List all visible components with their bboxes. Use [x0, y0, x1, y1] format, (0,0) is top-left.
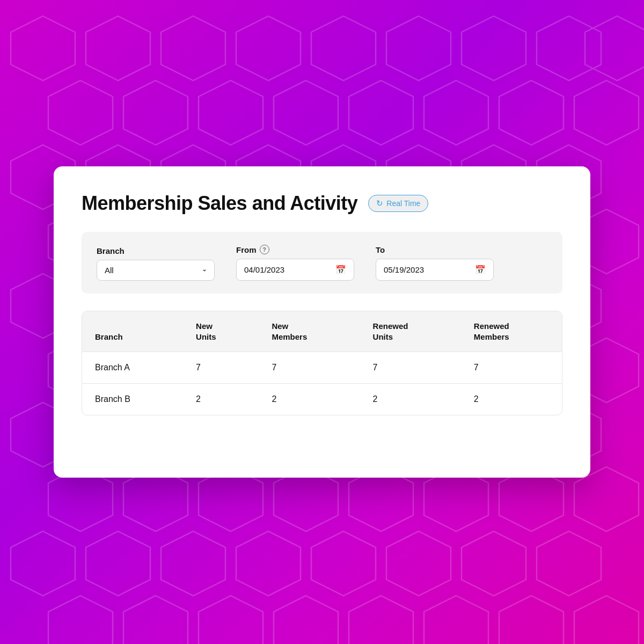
- branch-filter-group: Branch All Branch A Branch B: [97, 246, 215, 281]
- realtime-label: Real Time: [386, 199, 420, 208]
- svg-marker-0: [11, 16, 75, 80]
- svg-marker-66: [86, 531, 150, 596]
- svg-marker-14: [424, 80, 488, 145]
- svg-marker-68: [236, 531, 301, 596]
- to-calendar-icon: 📅: [475, 265, 486, 275]
- svg-marker-16: [574, 80, 639, 145]
- svg-marker-70: [386, 531, 451, 596]
- svg-marker-80: [574, 596, 639, 644]
- svg-marker-8: [585, 16, 644, 80]
- svg-marker-13: [349, 80, 413, 145]
- cell-new_members-row-1: 2: [259, 384, 360, 415]
- cell-renewed_members-row-1: 2: [461, 384, 562, 415]
- cell-new_units-row-1: 2: [183, 384, 259, 415]
- svg-marker-65: [11, 531, 75, 596]
- from-date-input[interactable]: 04/01/2023 📅: [236, 259, 354, 281]
- cell-renewed_members-row-0: 7: [461, 352, 562, 384]
- svg-marker-9: [48, 80, 113, 145]
- svg-marker-10: [123, 80, 188, 145]
- refresh-icon: ↻: [376, 199, 383, 208]
- cell-new_units-row-0: 7: [183, 352, 259, 384]
- cell-renewed_units-row-1: 2: [360, 384, 461, 415]
- col-header-renewed-units: Renewed Units: [360, 311, 461, 352]
- cell-branch-row-0: Branch A: [82, 352, 183, 384]
- svg-marker-72: [537, 531, 601, 596]
- table-row: Branch B2222: [82, 384, 562, 415]
- filter-bar: Branch All Branch A Branch B From ? 04/0…: [82, 232, 562, 294]
- from-calendar-icon: 📅: [335, 265, 346, 275]
- svg-marker-15: [499, 80, 564, 145]
- svg-marker-73: [48, 596, 113, 644]
- col-header-new-units: New Units: [183, 311, 259, 352]
- svg-marker-71: [462, 531, 526, 596]
- to-filter-label: To: [376, 245, 494, 254]
- svg-marker-78: [424, 596, 488, 644]
- main-card: Membership Sales and Activity ↻ Real Tim…: [54, 166, 590, 478]
- from-date-value: 04/01/2023: [244, 265, 284, 274]
- svg-marker-77: [349, 596, 413, 644]
- svg-marker-69: [311, 531, 376, 596]
- col-header-branch: Branch: [82, 311, 183, 352]
- svg-marker-2: [161, 16, 225, 80]
- svg-marker-4: [311, 16, 376, 80]
- to-date-value: 05/19/2023: [384, 265, 424, 274]
- table-header-row: Branch New Units New Members Renewed Uni…: [82, 311, 562, 352]
- svg-marker-5: [386, 16, 451, 80]
- cell-renewed_units-row-0: 7: [360, 352, 461, 384]
- svg-marker-3: [236, 16, 301, 80]
- svg-marker-11: [199, 80, 263, 145]
- page-header: Membership Sales and Activity ↻ Real Tim…: [82, 192, 562, 215]
- from-filter-group: From ? 04/01/2023 📅: [236, 245, 354, 281]
- col-header-new-members: New Members: [259, 311, 360, 352]
- svg-marker-74: [123, 596, 188, 644]
- svg-marker-67: [161, 531, 225, 596]
- svg-marker-79: [499, 596, 564, 644]
- branch-select[interactable]: All Branch A Branch B: [97, 260, 215, 281]
- branch-filter-label: Branch: [97, 246, 215, 255]
- svg-marker-76: [274, 596, 338, 644]
- to-filter-group: To 05/19/2023 📅: [376, 245, 494, 281]
- svg-marker-75: [199, 596, 263, 644]
- col-header-renewed-members: Renewed Members: [461, 311, 562, 352]
- table-row: Branch A7777: [82, 352, 562, 384]
- data-table: Branch New Units New Members Renewed Uni…: [82, 311, 562, 415]
- from-help-icon[interactable]: ?: [260, 245, 269, 254]
- page-title: Membership Sales and Activity: [82, 192, 357, 215]
- data-table-container: Branch New Units New Members Renewed Uni…: [82, 311, 562, 415]
- cell-new_members-row-0: 7: [259, 352, 360, 384]
- realtime-button[interactable]: ↻ Real Time: [368, 195, 428, 212]
- svg-marker-12: [274, 80, 338, 145]
- cell-branch-row-1: Branch B: [82, 384, 183, 415]
- svg-marker-6: [462, 16, 526, 80]
- to-date-input[interactable]: 05/19/2023 📅: [376, 259, 494, 281]
- svg-marker-1: [86, 16, 150, 80]
- from-filter-label: From ?: [236, 245, 354, 254]
- svg-marker-7: [537, 16, 601, 80]
